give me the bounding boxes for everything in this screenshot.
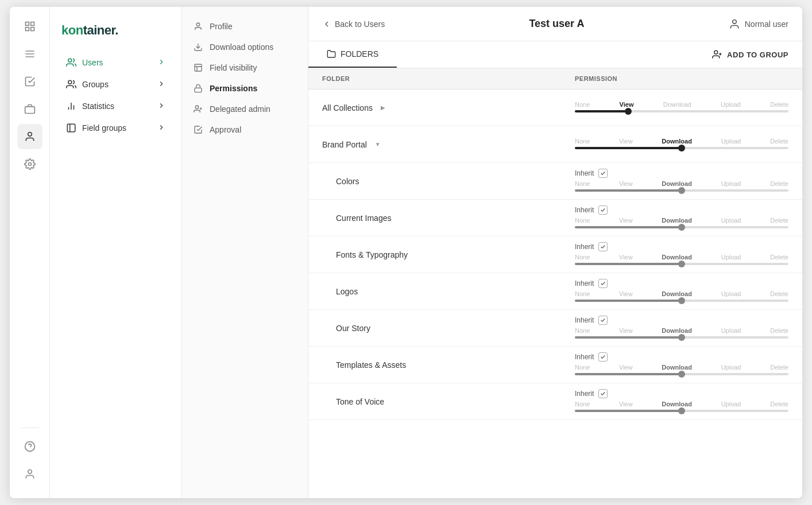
folder-expand-icon[interactable]: ▶ xyxy=(381,104,385,111)
tab-add-to-group[interactable]: ADD TO GROUP xyxy=(698,41,802,68)
slider-thumb[interactable] xyxy=(678,261,685,267)
slider-track[interactable] xyxy=(575,147,788,149)
slider-thumb[interactable] xyxy=(678,371,685,378)
folder-name: Fonts & Typography xyxy=(308,243,561,266)
slider-thumb[interactable] xyxy=(678,224,685,231)
sub-nav-approval[interactable]: Approval xyxy=(182,119,308,140)
folder-icon xyxy=(327,49,336,59)
sub-nav-permissions[interactable]: Permissions xyxy=(182,78,308,99)
inherit-checkbox[interactable] xyxy=(598,205,608,215)
check-icon xyxy=(600,391,606,397)
check-icon xyxy=(600,281,606,286)
nav-briefcase-icon[interactable] xyxy=(17,96,42,122)
main-content: Back to Users Test user A Normal user FO… xyxy=(308,7,802,498)
sub-nav-field-visibility-label: Field visibility xyxy=(210,63,257,72)
th-folder: FOLDER xyxy=(308,68,561,89)
permission-cell: InheritNoneViewDownloadUploadDelete xyxy=(561,238,802,272)
nav-check-icon[interactable] xyxy=(17,69,42,94)
svg-point-9 xyxy=(28,163,31,166)
slider-track[interactable] xyxy=(575,110,788,112)
folder-name: Logos xyxy=(308,280,561,303)
rows-container: All Collections▶NoneViewDownloadUploadDe… xyxy=(308,90,802,420)
folder-name: Our Story xyxy=(308,317,561,340)
inherit-checkbox[interactable] xyxy=(598,389,608,398)
tabs-bar: FOLDERS ADD TO GROUP xyxy=(308,41,802,68)
groups-chevron xyxy=(157,80,165,90)
inherit-label: Inherit xyxy=(575,316,594,324)
slider-thumb[interactable] xyxy=(678,334,685,341)
sidebar-item-statistics[interactable]: Statistics xyxy=(55,95,177,117)
slider-thumb[interactable] xyxy=(678,407,685,414)
slider-fill xyxy=(575,373,682,375)
slider-track[interactable] xyxy=(575,263,788,265)
slider-track[interactable] xyxy=(575,189,788,192)
nav-person-icon[interactable] xyxy=(17,124,42,149)
permission-cell: InheritNoneViewDownloadUploadDelete xyxy=(561,164,802,199)
folder-expand-icon[interactable]: ▼ xyxy=(375,141,381,147)
content-area: FOLDERS ADD TO GROUP FOLDER PERMISSION A… xyxy=(308,41,802,498)
tab-folders[interactable]: FOLDERS xyxy=(308,41,397,68)
slider-thumb[interactable] xyxy=(678,297,685,304)
tab-folders-label: FOLDERS xyxy=(341,49,378,59)
page-title: Test user A xyxy=(385,18,729,30)
sub-nav: Profile Download options Field visibilit… xyxy=(182,7,308,498)
sub-nav-download-options[interactable]: Download options xyxy=(182,37,308,57)
sidebar-item-users-label: Users xyxy=(82,58,103,67)
inherit-checkbox[interactable] xyxy=(598,352,608,362)
inherit-checkbox[interactable] xyxy=(598,242,608,251)
svg-rect-23 xyxy=(195,88,202,92)
slider-fill xyxy=(575,336,682,339)
slider-thumb[interactable] xyxy=(678,145,685,152)
slider-track[interactable] xyxy=(575,226,788,228)
sidebar-item-groups[interactable]: Groups xyxy=(55,73,177,95)
folder-name: Current Images xyxy=(308,207,561,230)
slider-fill xyxy=(575,147,682,149)
sub-nav-field-visibility[interactable]: Field visibility xyxy=(182,57,308,78)
inherit-checkbox[interactable] xyxy=(598,316,608,325)
svg-point-20 xyxy=(196,23,199,26)
svg-rect-3 xyxy=(30,28,34,31)
slider-thumb[interactable] xyxy=(678,187,685,194)
sub-nav-profile-label: Profile xyxy=(210,22,233,31)
svg-rect-2 xyxy=(25,28,29,31)
svg-point-27 xyxy=(732,20,736,24)
inherit-label: Inherit xyxy=(575,206,594,214)
statistics-chevron xyxy=(157,102,165,111)
check-icon xyxy=(600,244,606,250)
back-button[interactable]: Back to Users xyxy=(322,20,385,29)
slider-track[interactable] xyxy=(575,410,788,412)
users-chevron xyxy=(157,58,165,68)
inherit-checkbox[interactable] xyxy=(598,169,608,178)
slider-track[interactable] xyxy=(575,336,788,339)
slider-container: NoneViewDownloadUploadDelete xyxy=(575,217,788,231)
slider-track[interactable] xyxy=(575,300,788,302)
slider-thumb[interactable] xyxy=(625,108,632,115)
svg-rect-18 xyxy=(67,124,75,132)
nav-grid-icon[interactable] xyxy=(17,14,42,39)
slider-fill xyxy=(575,410,682,412)
folder-row: ColorsInheritNoneViewDownloadUploadDelet… xyxy=(308,163,802,200)
inherit-checkbox[interactable] xyxy=(598,279,608,288)
sub-nav-delegated-admin[interactable]: Delegated admin xyxy=(182,99,308,119)
check-icon xyxy=(600,317,606,323)
sidebar-item-field-groups[interactable]: Field groups xyxy=(55,117,177,139)
sub-nav-profile[interactable]: Profile xyxy=(182,16,308,37)
slider-fill xyxy=(575,189,682,192)
field-groups-chevron xyxy=(157,123,165,133)
folder-name: Templates & Assets xyxy=(308,354,561,376)
nav-user-bottom-icon[interactable] xyxy=(17,461,42,487)
slider-container: NoneViewDownloadUploadDelete xyxy=(575,364,788,378)
slider-fill xyxy=(575,226,682,228)
permission-cell: InheritNoneViewDownloadUploadDelete xyxy=(561,201,802,235)
logo: kontainer. xyxy=(50,18,181,52)
logo-text: kontainer. xyxy=(61,23,170,38)
nav-help-icon[interactable] xyxy=(17,434,42,459)
nav-list-icon[interactable] xyxy=(17,41,42,67)
nav-settings-icon[interactable] xyxy=(17,152,42,177)
permission-cell: InheritNoneViewDownloadUploadDelete xyxy=(561,384,802,419)
sidebar-item-users[interactable]: Users xyxy=(55,52,177,73)
slider-track[interactable] xyxy=(575,373,788,375)
svg-point-12 xyxy=(28,470,32,474)
download-icon xyxy=(194,42,203,52)
permissions-icon xyxy=(194,84,203,93)
